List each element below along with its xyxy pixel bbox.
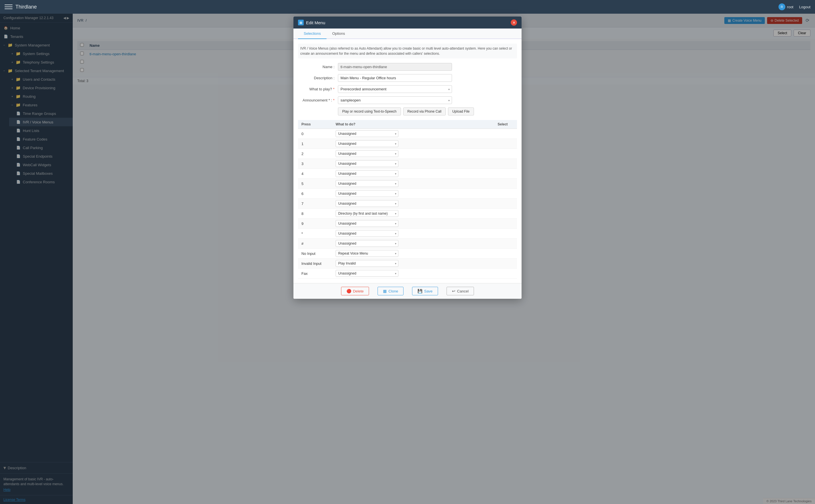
row-select-8[interactable]: UnassignedDirectory (by first and last n… xyxy=(336,210,398,217)
name-input[interactable] xyxy=(338,63,452,71)
hamburger-menu[interactable] xyxy=(5,3,13,11)
row-select-14[interactable]: UnassignedDirectory (by first and last n… xyxy=(336,270,398,277)
delete-button[interactable]: 🔴 Delete xyxy=(341,287,369,295)
upload-file-button[interactable]: Upload File xyxy=(448,107,474,115)
table-row: 0UnassignedDirectory (by first and last … xyxy=(298,129,517,139)
select-cell xyxy=(494,129,517,139)
press-label: # xyxy=(301,241,303,246)
what-to-do-cell: UnassignedDirectory (by first and last n… xyxy=(332,199,494,209)
select-wrapper: UnassignedDirectory (by first and last n… xyxy=(336,150,398,157)
select-wrapper: UnassignedDirectory (by first and last n… xyxy=(336,260,398,267)
what-to-do-cell: UnassignedDirectory (by first and last n… xyxy=(332,169,494,179)
table-row: 9UnassignedDirectory (by first and last … xyxy=(298,219,517,229)
announcement-select-wrap: sampleopen sampleclosed ▾ xyxy=(338,96,452,104)
what-to-do-cell: UnassignedDirectory (by first and last n… xyxy=(332,229,494,239)
select-cell xyxy=(494,169,517,179)
what-to-do-cell: UnassignedDirectory (by first and last n… xyxy=(332,239,494,249)
select-cell xyxy=(494,159,517,169)
what-to-do-cell: UnassignedDirectory (by first and last n… xyxy=(332,219,494,229)
row-select-11[interactable]: UnassignedDirectory (by first and last n… xyxy=(336,240,398,247)
table-row: 1UnassignedDirectory (by first and last … xyxy=(298,139,517,149)
table-row: 6UnassignedDirectory (by first and last … xyxy=(298,189,517,199)
selections-table: Press What to do? Select 0UnassignedDire… xyxy=(298,120,517,279)
press-label: 0 xyxy=(301,132,303,136)
description-input[interactable] xyxy=(338,74,452,82)
press-cell: # xyxy=(298,239,332,249)
table-row: 4UnassignedDirectory (by first and last … xyxy=(298,169,517,179)
table-row: 5UnassignedDirectory (by first and last … xyxy=(298,179,517,189)
select-wrapper: UnassignedDirectory (by first and last n… xyxy=(336,180,398,187)
press-label: * xyxy=(301,231,303,236)
press-label: 3 xyxy=(301,162,303,166)
press-label: 9 xyxy=(301,221,303,226)
tab-selections[interactable]: Selections xyxy=(298,29,326,39)
press-cell: 7 xyxy=(298,199,332,209)
delete-icon: 🔴 xyxy=(346,289,351,293)
modal-footer: 🔴 Delete ▦ Clone 💾 Save ↩ Cancel xyxy=(293,283,522,299)
select-cell xyxy=(494,209,517,219)
logout-link[interactable]: Logout xyxy=(799,5,810,9)
press-cell: No Input xyxy=(298,249,332,259)
cancel-button[interactable]: ↩ Cancel xyxy=(447,287,474,295)
table-row: 3UnassignedDirectory (by first and last … xyxy=(298,159,517,169)
press-label: 6 xyxy=(301,192,303,196)
announcement-select[interactable]: sampleopen sampleclosed xyxy=(338,96,452,104)
clone-button[interactable]: ▦ Clone xyxy=(377,287,403,295)
select-cell xyxy=(494,249,517,259)
table-row: FaxUnassignedDirectory (by first and las… xyxy=(298,269,517,279)
press-label: No Input xyxy=(301,251,315,256)
col-press: Press xyxy=(298,120,332,129)
select-wrapper: UnassignedDirectory (by first and last n… xyxy=(336,190,398,197)
what-to-do-cell: UnassignedDirectory (by first and last n… xyxy=(332,129,494,139)
what-to-play-select-wrap: Prerecorded announcement Text to Speech … xyxy=(338,85,452,93)
press-cell: 6 xyxy=(298,189,332,199)
select-wrapper: UnassignedDirectory (by first and last n… xyxy=(336,240,398,247)
what-to-do-cell: UnassignedDirectory (by first and last n… xyxy=(332,159,494,169)
row-select-6[interactable]: UnassignedDirectory (by first and last n… xyxy=(336,190,398,197)
row-select-1[interactable]: UnassignedDirectory (by first and last n… xyxy=(336,140,398,147)
select-cell xyxy=(494,139,517,149)
tab-options[interactable]: Options xyxy=(326,29,351,39)
what-to-play-select[interactable]: Prerecorded announcement Text to Speech … xyxy=(338,85,452,93)
row-select-5[interactable]: UnassignedDirectory (by first and last n… xyxy=(336,180,398,187)
what-to-play-row: What to play? Prerecorded announcement T… xyxy=(298,85,517,93)
row-select-4[interactable]: UnassignedDirectory (by first and last n… xyxy=(336,170,398,177)
row-select-10[interactable]: UnassignedDirectory (by first and last n… xyxy=(336,230,398,237)
row-select-12[interactable]: UnassignedDirectory (by first and last n… xyxy=(336,250,398,257)
phone-record-button[interactable]: Record via Phone Call xyxy=(403,107,446,115)
press-cell: 5 xyxy=(298,179,332,189)
user-avatar: R xyxy=(779,3,785,10)
select-wrapper: UnassignedDirectory (by first and last n… xyxy=(336,220,398,227)
name-label: Name : xyxy=(298,65,338,69)
tts-button[interactable]: Play or record using Text-to-Speech xyxy=(338,107,401,115)
row-select-3[interactable]: UnassignedDirectory (by first and last n… xyxy=(336,160,398,167)
app-title: Thirdlane xyxy=(15,4,37,10)
table-row: *UnassignedDirectory (by first and last … xyxy=(298,229,517,239)
select-wrapper: UnassignedDirectory (by first and last n… xyxy=(336,270,398,277)
row-select-13[interactable]: UnassignedDirectory (by first and last n… xyxy=(336,260,398,267)
what-to-do-cell: UnassignedDirectory (by first and last n… xyxy=(332,149,494,159)
press-cell: 0 xyxy=(298,129,332,139)
row-select-0[interactable]: UnassignedDirectory (by first and last n… xyxy=(336,130,398,137)
info-text: IVR / Voice Menus (also referred to as A… xyxy=(298,44,517,58)
press-label: Fax xyxy=(301,271,308,276)
row-select-9[interactable]: UnassignedDirectory (by first and last n… xyxy=(336,220,398,227)
modal-title: Edit Menu xyxy=(306,20,325,25)
what-to-do-cell: UnassignedDirectory (by first and last n… xyxy=(332,249,494,259)
save-button[interactable]: 💾 Save xyxy=(412,287,438,295)
modal-close-button[interactable]: ✕ xyxy=(511,19,517,26)
row-select-7[interactable]: UnassignedDirectory (by first and last n… xyxy=(336,200,398,207)
press-cell: 3 xyxy=(298,159,332,169)
select-wrapper: UnassignedDirectory (by first and last n… xyxy=(336,170,398,177)
clone-icon: ▦ xyxy=(383,289,387,293)
action-buttons-row: Play or record using Text-to-Speech Reco… xyxy=(338,107,517,115)
modal-tabs: Selections Options xyxy=(293,29,522,39)
select-cell xyxy=(494,259,517,269)
press-cell: Invalid Input xyxy=(298,259,332,269)
table-row: Invalid InputUnassignedDirectory (by fir… xyxy=(298,259,517,269)
what-to-do-cell: UnassignedDirectory (by first and last n… xyxy=(332,139,494,149)
header-right: R root Logout xyxy=(779,3,810,10)
row-select-2[interactable]: UnassignedDirectory (by first and last n… xyxy=(336,150,398,157)
select-wrapper: UnassignedDirectory (by first and last n… xyxy=(336,130,398,137)
what-to-do-cell: UnassignedDirectory (by first and last n… xyxy=(332,269,494,279)
